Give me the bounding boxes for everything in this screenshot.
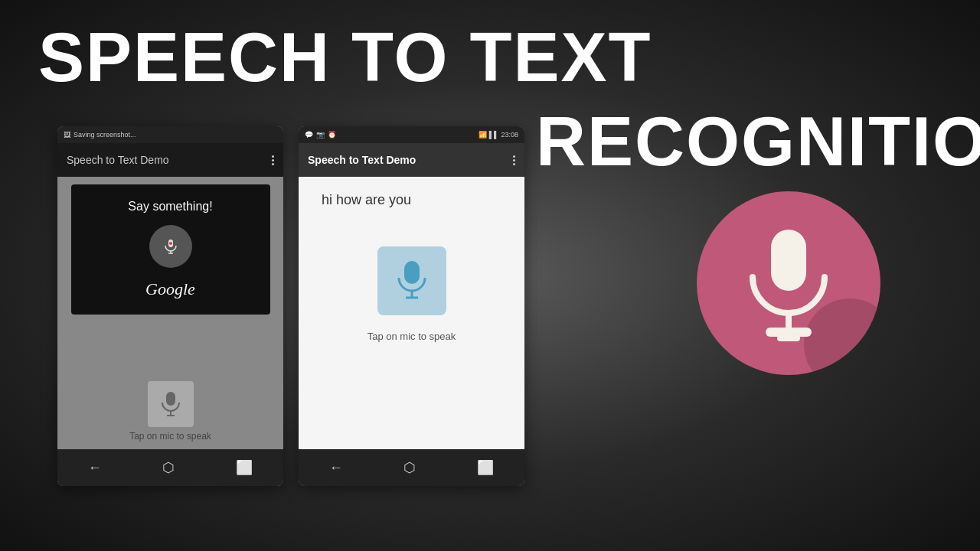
wifi-icon: 📶 bbox=[479, 131, 487, 139]
screenshot2-icon: 📷 bbox=[316, 131, 325, 139]
phones-container: 🖼 Saving screenshot... Speech to Text De… bbox=[57, 126, 524, 486]
screenshot-icon: 🖼 bbox=[64, 131, 70, 139]
phone2-home-button[interactable]: ⬡ bbox=[403, 459, 416, 476]
phone1-status-bar: 🖼 Saving screenshot... bbox=[57, 126, 283, 143]
svg-rect-13 bbox=[777, 335, 800, 341]
svg-point-3 bbox=[169, 242, 172, 245]
svg-rect-7 bbox=[404, 261, 420, 284]
phone2-app-title: Speech to Text Demo bbox=[308, 154, 416, 166]
svg-rect-4 bbox=[166, 392, 175, 406]
phone1-status-text: Saving screenshot... bbox=[74, 131, 136, 139]
phone1-status-left: 🖼 Saving screenshot... bbox=[64, 131, 136, 139]
alarm-icon: ⏰ bbox=[328, 131, 336, 139]
say-something-text: Say something! bbox=[128, 200, 212, 214]
phone2-status-right: 📶 ▌▌ 23:08 bbox=[479, 131, 518, 139]
phone2-mic-button[interactable] bbox=[377, 246, 446, 315]
phone1-content: Say something! Google bbox=[57, 177, 283, 373]
phone1-mic-button[interactable] bbox=[148, 381, 194, 427]
transcribed-text: hi how are you bbox=[314, 192, 411, 208]
phone2-back-button[interactable]: ← bbox=[329, 460, 343, 476]
phone1-recent-button[interactable]: ⬜ bbox=[236, 459, 253, 476]
main-title-line1: SPEECH TO TEXT bbox=[38, 23, 652, 92]
phone1-back-button[interactable]: ← bbox=[88, 460, 102, 476]
main-title-line2: RECOGNITION bbox=[536, 107, 980, 176]
large-mic-container bbox=[697, 191, 880, 375]
phone2-time: 23:08 bbox=[501, 131, 518, 139]
phone2-content: hi how are you Tap on mic to speak bbox=[299, 177, 524, 449]
phone1: 🖼 Saving screenshot... Speech to Text De… bbox=[57, 126, 283, 486]
phone1-home-button[interactable]: ⬡ bbox=[162, 459, 175, 476]
large-mic-icon bbox=[739, 222, 838, 344]
phone1-nav-bar: ← ⬡ ⬜ bbox=[57, 449, 283, 486]
signal-icon: ▌▌ bbox=[489, 131, 499, 139]
phone2-recent-button[interactable]: ⬜ bbox=[477, 459, 494, 476]
phone2-tap-text: Tap on mic to speak bbox=[368, 331, 456, 342]
google-mic-icon bbox=[162, 237, 180, 256]
phone2-nav-bar: ← ⬡ ⬜ bbox=[299, 449, 524, 486]
phone2-status-bar: 💬 📷 ⏰ 📶 ▌▌ 23:08 bbox=[299, 126, 524, 143]
google-mic-button[interactable] bbox=[149, 225, 192, 268]
phone2-app-bar: Speech to Text Demo bbox=[299, 143, 524, 177]
phone1-app-title: Speech to Text Demo bbox=[67, 154, 169, 166]
google-speech-popup: Say something! Google bbox=[71, 184, 270, 315]
phone2-status-left: 💬 📷 ⏰ bbox=[305, 131, 336, 139]
large-mic-circle bbox=[697, 191, 880, 375]
svg-rect-10 bbox=[771, 230, 806, 291]
whatsapp-icon: 💬 bbox=[305, 131, 313, 139]
phone1-app-bar: Speech to Text Demo bbox=[57, 143, 283, 177]
phone2: 💬 📷 ⏰ 📶 ▌▌ 23:08 Speech to Text Demo hi … bbox=[299, 126, 524, 486]
phone1-bottom: Tap on mic to speak bbox=[57, 373, 283, 449]
phone2-menu-button[interactable] bbox=[513, 155, 515, 165]
phone1-tap-text: Tap on mic to speak bbox=[129, 431, 211, 442]
mic-icon-blue bbox=[393, 258, 431, 304]
phone1-menu-button[interactable] bbox=[272, 155, 274, 165]
google-logo: Google bbox=[145, 279, 195, 299]
mic-icon-gray bbox=[159, 390, 182, 418]
